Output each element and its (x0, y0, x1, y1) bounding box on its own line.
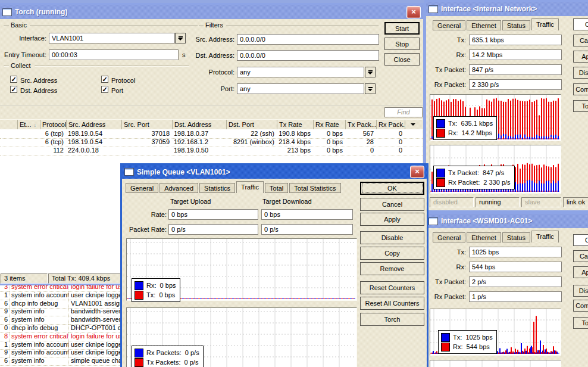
disable-button[interactable]: Disable (573, 67, 588, 79)
port-dropdown-icon[interactable] (365, 83, 376, 94)
rate-upload-field: 0 bps (168, 209, 258, 220)
checkbox-protocol[interactable] (101, 76, 108, 83)
log-row[interactable]: 1system info accountuser cknipe logged (0, 341, 122, 350)
log-row[interactable]: 8system error criticallogin failure for … (0, 332, 122, 341)
column-header-tx-pack[interactable]: Tx Pack... (346, 120, 377, 129)
rx-packets-color-swatch (135, 349, 143, 357)
legend-tx-packet: Tx Packet: 847 p/s (448, 169, 504, 176)
table-row[interactable]: 112224.0.0.18198.19.0.50213 bps0 bps00 (0, 147, 423, 155)
interface-input[interactable]: VLAN1001 (49, 33, 175, 43)
column-header-src-address[interactable]: Src. Address (67, 120, 122, 129)
cell-rx-pack: 0 (378, 147, 402, 154)
src-address-input[interactable]: 0.0.0.0/0 (237, 34, 379, 45)
tab-traffic[interactable]: Traffic (236, 181, 264, 193)
tab-traffic[interactable]: Traffic (531, 231, 559, 242)
tab-status[interactable]: Status (502, 20, 530, 30)
tab-ethernet[interactable]: Ethernet (467, 232, 501, 242)
cell-rx-rate: 0 bps (315, 138, 343, 146)
copy-button[interactable]: Copy (360, 247, 424, 260)
tab-traffic[interactable]: Traffic (531, 18, 559, 30)
dst-address-input[interactable]: 0.0.0.0/0 (237, 50, 379, 61)
table-row[interactable]: 6 (tcp)198.19.0.5437059192.168.1.28291 (… (0, 138, 423, 147)
column-select-icon[interactable] (406, 120, 420, 129)
ok-button[interactable]: OK (573, 234, 588, 246)
cell-tx-rate: 190.8 kbps (279, 130, 311, 138)
tab-total-statistics[interactable]: Total Statistics (289, 183, 340, 193)
simple-queue-window: Simple Queue <VLAN1001> × GeneralAdvance… (120, 163, 429, 367)
log-row[interactable]: 9system info accountuser cknipe logged (0, 349, 122, 357)
column-header-dst-port[interactable]: Dst. Port (227, 120, 277, 129)
column-header-et[interactable]: Et...↓ (18, 120, 40, 129)
cancel-button[interactable]: Cancel (573, 250, 588, 262)
flag-column-header[interactable] (0, 120, 18, 129)
column-header-tx-rate[interactable]: Tx Rate (277, 120, 314, 129)
column-header-rx-pack[interactable]: Rx Pack... (377, 120, 405, 129)
remove-button[interactable]: Remove (360, 262, 424, 275)
torch-titlebar[interactable]: Torch (running) × (0, 5, 423, 19)
tab-statistics[interactable]: Statistics (199, 183, 235, 193)
reset-all-counters-button[interactable]: Reset All Counters (360, 297, 424, 310)
rx-packet-label: Rx Packet: (426, 80, 466, 89)
apply-button[interactable]: Apply (573, 266, 588, 278)
port-input[interactable]: any (237, 83, 364, 94)
close-button[interactable]: Close (384, 53, 420, 66)
tab-general[interactable]: General (126, 183, 158, 193)
cancel-button[interactable]: Cancel (573, 35, 588, 46)
column-header-protocol[interactable]: Protocol (40, 120, 67, 129)
log-row[interactable]: 6dhcp info debugVLAN1001 assigne (0, 300, 122, 309)
close-icon[interactable]: × (406, 6, 421, 18)
log-row[interactable]: 6system infosimple queue change (0, 357, 122, 366)
comment-button[interactable]: Comment (573, 83, 588, 95)
cell-et (19, 130, 37, 138)
status-disabled: disabled (430, 197, 474, 207)
tab-status[interactable]: Status (502, 232, 530, 242)
status-slave: slave (521, 197, 561, 207)
collect-group-label: Collect (11, 61, 31, 70)
cell-src-port (123, 147, 170, 154)
ok-button[interactable]: OK (360, 182, 424, 195)
tab-general[interactable]: General (433, 20, 465, 30)
simple-queue-titlebar[interactable]: Simple Queue <VLAN1001> × (122, 165, 427, 179)
cell-rx-pack: 0 (378, 138, 402, 146)
log-row[interactable]: 6system infobandwidth-server d (0, 316, 122, 325)
log-row[interactable]: 1system info accountuser cknipe logged (0, 291, 122, 300)
cell-dst-address: 198.19.0.50 (174, 147, 224, 154)
torch-button[interactable]: Torch (573, 100, 588, 112)
log-row[interactable]: 0dhcp info debugDHCP-OPT001 de (0, 324, 122, 333)
window-icon (429, 217, 438, 225)
tab-total[interactable]: Total (265, 183, 288, 193)
cell-tx-rate: 213 bps (279, 147, 311, 154)
reset-counters-button[interactable]: Reset Counters (360, 281, 424, 294)
tab-ethernet[interactable]: Ethernet (467, 20, 501, 30)
comment-button[interactable]: Comment (573, 300, 588, 312)
tab-general[interactable]: General (433, 232, 465, 242)
close-icon[interactable]: × (410, 166, 424, 178)
checkbox-port[interactable] (101, 86, 108, 93)
torch-button[interactable]: Torch (360, 313, 424, 326)
checkbox-src-address[interactable] (10, 76, 17, 83)
log-row[interactable]: 9system infobandwidth-server d (0, 307, 122, 316)
cancel-button[interactable]: Cancel (360, 198, 424, 211)
find-input[interactable]: Find (384, 107, 423, 117)
interface-wsmd-titlebar[interactable]: Interface <WSMD01-AC01> × (426, 214, 588, 228)
protocol-dropdown-icon[interactable] (365, 67, 376, 77)
checkbox-dst-address[interactable] (10, 86, 17, 93)
disable-button[interactable]: Disable (573, 285, 588, 297)
column-header-dst-address[interactable]: Dst. Address (173, 120, 227, 129)
column-header-src-port[interactable]: Src. Port (122, 120, 173, 129)
target-download-header: Target Download (262, 197, 312, 206)
apply-button[interactable]: Apply (360, 213, 424, 226)
ok-button[interactable]: OK (573, 18, 588, 30)
apply-button[interactable]: Apply (573, 51, 588, 63)
start-button[interactable]: Start (384, 22, 420, 35)
table-row[interactable]: 6 (tcp)198.19.0.5437018198.18.0.3722 (ss… (0, 130, 423, 139)
interface-internal-titlebar[interactable]: Interface <Internal Network> × (426, 2, 588, 16)
column-header-rx-rate[interactable]: Rx Rate (314, 120, 346, 129)
torch-button[interactable]: Torch (573, 317, 588, 329)
tx-label: Tx: (426, 36, 466, 44)
stop-button[interactable]: Stop (384, 38, 420, 50)
disable-button[interactable]: Disable (360, 231, 424, 244)
protocol-input[interactable]: any (237, 67, 364, 77)
tab-advanced[interactable]: Advanced (159, 183, 198, 193)
entry-timeout-input[interactable]: 00:00:03 (49, 49, 179, 60)
